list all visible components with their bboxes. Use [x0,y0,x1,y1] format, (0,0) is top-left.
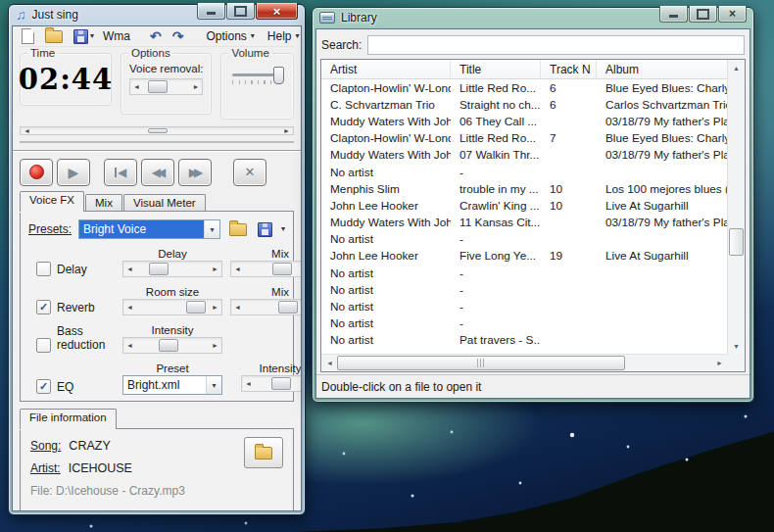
delay-slider[interactable]: ◄ ► [122,261,222,277]
stop-button[interactable]: ✕ [233,159,266,186]
preset-save-dropdown-arrow-icon[interactable]: ▾ [281,225,285,233]
new-file-button[interactable] [20,26,36,46]
table-row[interactable]: Muddy Waters With Joh... 11 Kansas Cit..… [321,215,728,231]
slider-left-arrow-icon[interactable]: ◄ [242,376,255,391]
search-input[interactable] [367,35,745,55]
voice-removal-slider-thumb[interactable] [148,80,168,93]
seek-thumb[interactable] [148,128,168,133]
table-row[interactable]: Menphis Slim trouble in my ... 10 Los 10… [321,180,728,197]
save-split-button[interactable]: ▾ [72,27,96,46]
column-header-track[interactable]: Track N [541,60,597,78]
artist-link[interactable]: Artist: [30,461,61,475]
voice-removal-slider[interactable]: ◄ ► [129,78,203,95]
table-row[interactable]: Clapton-Howlin' W-Lond... Little Red Ro.… [321,130,728,147]
open-file-button[interactable] [43,28,65,45]
reverb-mix-slider-thumb[interactable] [278,301,298,314]
undo-button[interactable]: ↶ [148,27,164,45]
reverb-checkbox[interactable]: ✓ [36,300,51,314]
open-song-button[interactable] [244,437,283,468]
table-row[interactable]: No artist - [321,231,728,248]
preset-open-button[interactable] [227,221,249,238]
seek-right-arrow-icon[interactable]: ► [280,127,293,134]
slider-right-arrow-icon[interactable]: ► [209,338,221,353]
presets-link[interactable]: Presets: [28,222,72,236]
seek-bar[interactable]: ◄ ► [20,126,294,135]
scroll-right-icon[interactable]: ► [712,355,727,371]
bass-intensity-slider[interactable]: ◄ ► [122,337,222,354]
reverb-mix-slider[interactable]: ◄ ► [230,299,302,315]
record-button[interactable] [20,159,53,186]
fast-forward-button[interactable]: ▶▶ [178,159,212,186]
tab-voice-fx[interactable]: Voice FX [20,191,84,212]
redo-button[interactable]: ↷ [170,27,186,45]
bass-intensity-slider-thumb[interactable] [159,339,178,352]
skip-start-button[interactable]: ◀ [104,159,137,186]
table-row[interactable]: No artist Pat travers - S... [321,332,728,349]
eq-intensity-slider[interactable]: ◄ ► [241,375,302,392]
library-close-button[interactable]: × [718,6,747,23]
room-size-slider[interactable]: ◄ ► [122,299,222,315]
table-row[interactable]: C. Schvartzman Trio Straight no ch... 6 … [321,96,728,113]
options-menu[interactable]: Options▾ [203,27,257,45]
slider-left-arrow-icon[interactable]: ◄ [231,262,244,276]
slider-left-arrow-icon[interactable]: ◄ [123,262,136,276]
maximize-button[interactable] [226,3,255,20]
library-minimize-button[interactable] [659,6,688,23]
song-link[interactable]: Song: [30,439,61,453]
room-size-slider-thumb[interactable] [186,301,206,314]
volume-slider-thumb[interactable] [273,67,284,84]
table-row[interactable]: Muddy Waters With Joh... 07 Walkin Thr..… [321,147,728,164]
delay-slider-thumb[interactable] [149,263,169,275]
tab-visual-meter[interactable]: Visual Meter [123,194,206,212]
eq-intensity-slider-thumb[interactable] [271,377,291,390]
help-menu[interactable]: Help▾ [265,27,302,45]
library-titlebar[interactable]: Library × [312,7,754,28]
minimize-button[interactable] [197,3,225,20]
table-row[interactable]: No artist - [321,265,728,281]
library-maximize-button[interactable] [689,6,717,23]
table-row[interactable]: No artist - [321,315,728,332]
seek-left-arrow-icon[interactable]: ◄ [21,127,33,134]
column-header-artist[interactable]: Artist [321,60,451,78]
table-row[interactable]: No artist - [321,164,728,180]
scroll-left-icon[interactable]: ◄ [322,355,337,371]
vertical-scrollbar-thumb[interactable] [729,228,744,256]
horizontal-scrollbar-thumb[interactable] [337,356,625,370]
volume-slider[interactable] [232,73,282,76]
slider-right-arrow-icon[interactable]: ► [209,300,221,314]
just-sing-titlebar[interactable]: ♫ Just sing × [8,4,306,25]
table-row[interactable]: Clapton-Howlin' W-Lond... Little Red Ro.… [321,79,728,96]
eq-preset-combobox[interactable]: Bright.xml ▾ [122,375,222,395]
table-row[interactable]: No artist - [321,298,728,314]
tab-mix[interactable]: Mix [85,194,122,212]
slider-right-arrow-icon[interactable]: ► [189,79,202,94]
table-row[interactable]: John Lee Hooker Five Long Ye... 19 Live … [321,248,728,265]
horizontal-scrollbar[interactable]: ◄ ► [321,354,728,371]
tab-file-information[interactable]: File information [20,409,117,429]
bass-reduction-checkbox[interactable] [36,338,51,353]
column-header-title[interactable]: Title [451,60,541,78]
eq-checkbox[interactable]: ✓ [36,379,51,394]
slider-left-arrow-icon[interactable]: ◄ [123,338,136,353]
slider-left-arrow-icon[interactable]: ◄ [123,300,136,314]
presets-dropdown-arrow-icon[interactable]: ▾ [204,220,219,238]
eq-preset-dropdown-arrow-icon[interactable]: ▾ [206,376,221,394]
delay-mix-slider[interactable]: ◄ ► [230,261,302,277]
delay-checkbox[interactable] [36,262,51,276]
column-header-album[interactable]: Album [597,60,728,78]
presets-combobox[interactable]: Bright Voice ▾ [78,219,220,239]
delay-mix-slider-thumb[interactable] [272,263,292,275]
play-button[interactable]: ▶ [57,159,90,186]
slider-left-arrow-icon[interactable]: ◄ [231,300,244,314]
scroll-down-icon[interactable]: ▼ [728,339,745,354]
vertical-scrollbar[interactable]: ▲ ▼ [727,60,745,355]
preset-save-button[interactable] [256,220,274,239]
table-row[interactable]: Muddy Waters With Joh... 06 They Call ..… [321,113,728,129]
close-button[interactable]: × [256,3,298,20]
table-row[interactable]: John Lee Hooker Crawlin' King ... 10 Liv… [321,197,728,214]
rewind-button[interactable]: ◀◀ [141,159,174,186]
slider-right-arrow-icon[interactable]: ► [209,262,221,276]
slider-left-arrow-icon[interactable]: ◄ [130,79,143,94]
save-dropdown-arrow-icon[interactable]: ▾ [90,32,94,40]
table-row[interactable]: No artist - [321,281,728,298]
